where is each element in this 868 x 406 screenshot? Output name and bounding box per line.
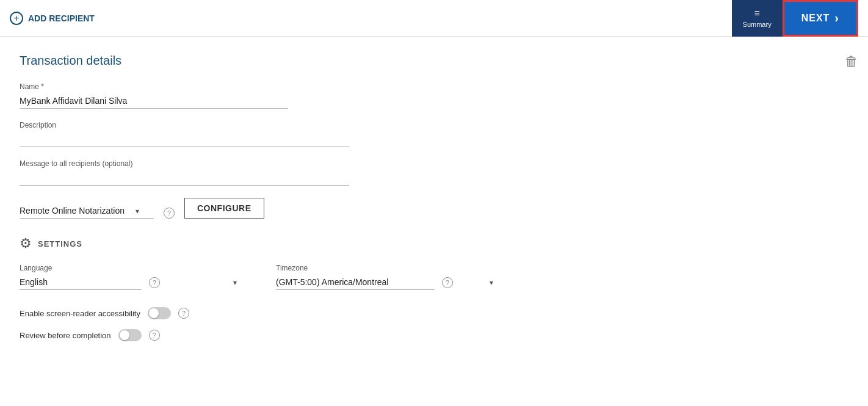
review-help-icon[interactable]: ? (149, 330, 160, 341)
delete-icon: 🗑 (845, 54, 858, 69)
summary-button[interactable]: ≡ Summary (732, 0, 783, 37)
add-recipient-button[interactable]: + ADD RECIPIENT (10, 12, 95, 25)
summary-label: Summary (743, 21, 772, 28)
language-chevron-icon: ▾ (233, 278, 237, 287)
language-field: Language English French Spanish ▾ ? (20, 264, 251, 290)
accessibility-row: Enable screen-reader accessibility ? (20, 307, 848, 319)
notarization-select-wrapper: Remote Online Notarization ▾ (20, 203, 154, 219)
notarization-select[interactable]: Remote Online Notarization (20, 203, 154, 219)
topbar-right: ≡ Summary NEXT › (732, 0, 858, 36)
timezone-help-icon[interactable]: ? (442, 277, 453, 288)
timezone-select[interactable]: (GMT-5:00) America/Montreal (GMT-8:00) A… (276, 275, 435, 290)
timezone-select-wrapper: (GMT-5:00) America/Montreal (GMT-8:00) A… (276, 275, 508, 290)
add-icon: + (10, 12, 23, 25)
settings-header: ⚙ SETTINGS (20, 236, 848, 252)
notarization-row: Remote Online Notarization ▾ ? CONFIGURE (20, 198, 848, 219)
review-toggle[interactable] (118, 329, 142, 341)
name-input[interactable] (20, 93, 288, 109)
settings-label: SETTINGS (38, 239, 82, 248)
timezone-label: Timezone (276, 264, 508, 272)
language-select[interactable]: English French Spanish (20, 275, 142, 290)
message-label: Message to all recipients (optional) (20, 159, 349, 168)
accessibility-toggle[interactable] (148, 307, 171, 319)
message-field: Message to all recipients (optional) (20, 159, 349, 186)
configure-button[interactable]: CONFIGURE (184, 198, 264, 219)
language-select-wrapper: English French Spanish ▾ ? (20, 275, 251, 290)
add-recipient-label: ADD RECIPIENT (28, 13, 95, 23)
language-help-icon[interactable]: ? (149, 277, 160, 288)
description-field: Description (20, 121, 349, 147)
timezone-chevron-icon: ▾ (490, 278, 493, 287)
review-row: Review before completion ? (20, 329, 848, 341)
next-button[interactable]: NEXT › (783, 0, 858, 37)
accessibility-label: Enable screen-reader accessibility (20, 309, 140, 318)
name-field: Name * (20, 82, 288, 109)
gear-icon: ⚙ (20, 236, 32, 252)
accessibility-help-icon[interactable]: ? (178, 308, 189, 319)
next-arrow-icon: › (834, 11, 839, 25)
notarization-help-icon[interactable]: ? (164, 208, 175, 219)
description-label: Description (20, 121, 349, 129)
main-content: Transaction details 🗑 Name * Description… (0, 37, 868, 406)
language-label: Language (20, 264, 251, 272)
topbar: + ADD RECIPIENT ≡ Summary NEXT › (0, 0, 868, 37)
description-input[interactable] (20, 132, 349, 147)
name-label: Name * (20, 82, 288, 91)
review-label: Review before completion (20, 331, 111, 340)
delete-button[interactable]: 🗑 (845, 54, 858, 70)
settings-grid: Language English French Spanish ▾ ? Time… (20, 264, 508, 290)
summary-icon: ≡ (754, 8, 759, 19)
timezone-field: Timezone (GMT-5:00) America/Montreal (GM… (276, 264, 508, 290)
next-label: NEXT (801, 13, 830, 24)
message-input[interactable] (20, 170, 349, 186)
section-title: Transaction details (20, 54, 848, 68)
